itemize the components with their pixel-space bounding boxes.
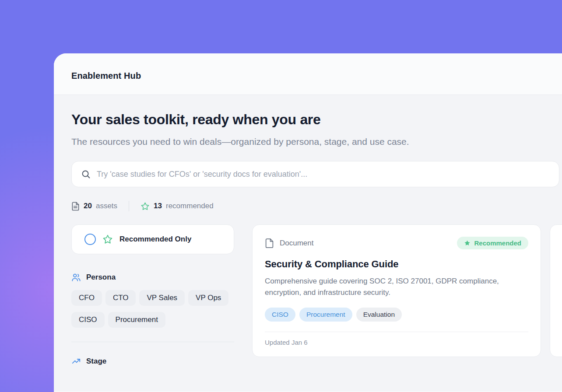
persona-chip-ciso[interactable]: CISO <box>71 312 105 328</box>
card-updated: Updated Jan 6 <box>265 339 528 346</box>
page-subtitle: The resources you need to win deals—orga… <box>71 134 430 150</box>
stats-divider <box>129 201 129 211</box>
persona-title: Persona <box>86 273 116 282</box>
card-title[interactable]: Security & Compliance Guide <box>265 259 528 270</box>
recommended-badge: Recommended <box>457 237 528 249</box>
asset-card[interactable]: Document Recommended Security & Complian… <box>252 224 541 357</box>
stats-row: 20 assets 13 recommended <box>71 201 562 211</box>
card-divider <box>265 332 528 332</box>
asset-card-partial[interactable] <box>550 224 562 357</box>
card-tags: CISO Procurement Evaluation <box>265 308 528 322</box>
document-icon <box>71 202 80 211</box>
main-panel: Enablement Hub Your sales toolkit, ready… <box>54 53 562 392</box>
content-area: Your sales toolkit, ready when you are T… <box>54 95 562 392</box>
search-bar[interactable] <box>71 161 559 187</box>
cards-row: Document Recommended Security & Complian… <box>252 224 562 357</box>
recommended-only-toggle[interactable]: Recommended Only <box>71 224 234 254</box>
recommended-badge-label: Recommended <box>474 239 521 247</box>
persona-chip-cto[interactable]: CTO <box>105 290 136 306</box>
persona-chip-vp-ops[interactable]: VP Ops <box>188 290 228 306</box>
page-title: Your sales toolkit, ready when you are <box>71 112 562 128</box>
persona-chip-cfo[interactable]: CFO <box>71 290 102 306</box>
recommended-label: recommended <box>166 202 214 210</box>
main-row: Recommended Only Persona CFO <box>71 224 562 366</box>
search-input[interactable] <box>97 170 479 179</box>
card-type: Document <box>265 238 313 248</box>
tag-procurement[interactable]: Procurement <box>299 308 352 322</box>
tag-ciso[interactable]: CISO <box>265 308 295 322</box>
persona-header: Persona <box>71 273 234 282</box>
stage-title: Stage <box>86 357 106 366</box>
app-header: Enablement Hub <box>54 53 562 95</box>
assets-stat: 20 assets <box>71 202 117 211</box>
recommended-count: 13 <box>154 202 162 210</box>
star-icon <box>102 234 113 245</box>
users-icon <box>71 273 81 282</box>
persona-chip-procurement[interactable]: Procurement <box>108 312 165 328</box>
star-icon <box>140 202 150 211</box>
persona-chips: CFO CTO VP Sales VP Ops CISO Procurement <box>71 290 234 328</box>
persona-chip-vp-sales[interactable]: VP Sales <box>139 290 185 306</box>
star-filled-icon <box>464 240 471 246</box>
tag-evaluation[interactable]: Evaluation <box>356 308 402 322</box>
assets-count: 20 <box>84 202 92 210</box>
filters-divider <box>71 342 234 342</box>
stage-header: Stage <box>71 357 234 366</box>
radio-circle-icon[interactable] <box>84 234 96 245</box>
file-icon <box>265 238 274 248</box>
search-icon <box>81 169 91 179</box>
trending-up-icon <box>71 357 81 366</box>
recommended-stat: 13 recommended <box>140 202 214 211</box>
card-type-label: Document <box>280 239 313 248</box>
card-description: Comprehensive guide covering SOC 2, ISO … <box>265 276 527 299</box>
card-top: Document Recommended <box>265 237 528 249</box>
recommended-only-label: Recommended Only <box>119 235 191 244</box>
filters-sidebar: Recommended Only Persona CFO <box>71 224 234 366</box>
app-title: Enablement Hub <box>71 71 141 81</box>
assets-label: assets <box>96 202 117 210</box>
